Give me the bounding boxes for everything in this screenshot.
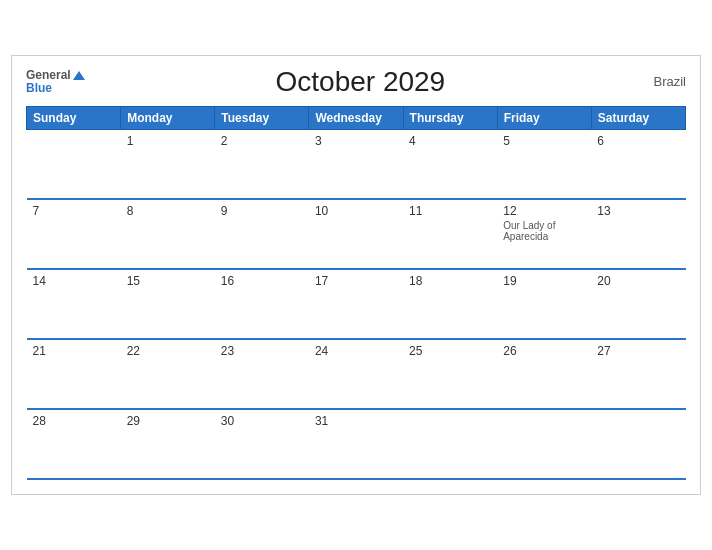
week-row-1: 789101112Our Lady of Aparecida13: [27, 199, 686, 269]
day-cell: [403, 409, 497, 479]
day-number: 12: [503, 204, 585, 218]
week-row-0: 123456: [27, 129, 686, 199]
day-cell: 26: [497, 339, 591, 409]
day-cell: 27: [591, 339, 685, 409]
day-number: 6: [597, 134, 679, 148]
day-number: 22: [127, 344, 209, 358]
header-saturday: Saturday: [591, 106, 685, 129]
day-cell: 9: [215, 199, 309, 269]
day-number: 24: [315, 344, 397, 358]
day-cell: 3: [309, 129, 403, 199]
week-row-4: 28293031: [27, 409, 686, 479]
calendar-wrapper: General Blue October 2029 Brazil Sunday …: [11, 55, 701, 496]
logo-triangle-icon: [73, 71, 85, 80]
day-cell: 28: [27, 409, 121, 479]
day-number: 10: [315, 204, 397, 218]
day-cell: 19: [497, 269, 591, 339]
day-cell: [591, 409, 685, 479]
day-cell: 2: [215, 129, 309, 199]
day-number: 16: [221, 274, 303, 288]
day-cell: 16: [215, 269, 309, 339]
calendar-header: General Blue October 2029 Brazil: [26, 66, 686, 98]
day-number: 31: [315, 414, 397, 428]
day-cell: 30: [215, 409, 309, 479]
header-friday: Friday: [497, 106, 591, 129]
day-cell: 14: [27, 269, 121, 339]
logo-general-text: General: [26, 69, 71, 82]
day-number: 30: [221, 414, 303, 428]
header-wednesday: Wednesday: [309, 106, 403, 129]
day-cell: 31: [309, 409, 403, 479]
holiday-label: Our Lady of Aparecida: [503, 220, 585, 242]
day-cell: 12Our Lady of Aparecida: [497, 199, 591, 269]
day-number: 1: [127, 134, 209, 148]
day-number: 29: [127, 414, 209, 428]
day-cell: 23: [215, 339, 309, 409]
day-number: 28: [33, 414, 115, 428]
day-number: 23: [221, 344, 303, 358]
day-number: 21: [33, 344, 115, 358]
day-number: 18: [409, 274, 491, 288]
logo: General Blue: [26, 69, 85, 95]
day-cell: 6: [591, 129, 685, 199]
day-cell: 25: [403, 339, 497, 409]
day-cell: 29: [121, 409, 215, 479]
header-thursday: Thursday: [403, 106, 497, 129]
header-sunday: Sunday: [27, 106, 121, 129]
header-monday: Monday: [121, 106, 215, 129]
day-number: 20: [597, 274, 679, 288]
day-number: 27: [597, 344, 679, 358]
day-number: 19: [503, 274, 585, 288]
day-cell: 5: [497, 129, 591, 199]
country-label: Brazil: [636, 74, 686, 89]
day-number: 9: [221, 204, 303, 218]
day-number: 25: [409, 344, 491, 358]
day-cell: 4: [403, 129, 497, 199]
logo-blue-text: Blue: [26, 82, 85, 95]
day-number: 14: [33, 274, 115, 288]
day-number: 2: [221, 134, 303, 148]
day-cell: 21: [27, 339, 121, 409]
day-cell: 18: [403, 269, 497, 339]
day-cell: [27, 129, 121, 199]
day-cell: [497, 409, 591, 479]
header-tuesday: Tuesday: [215, 106, 309, 129]
day-number: 11: [409, 204, 491, 218]
week-row-2: 14151617181920: [27, 269, 686, 339]
day-number: 7: [33, 204, 115, 218]
day-number: 15: [127, 274, 209, 288]
day-number: 17: [315, 274, 397, 288]
day-cell: 8: [121, 199, 215, 269]
day-number: 5: [503, 134, 585, 148]
day-cell: 15: [121, 269, 215, 339]
weekday-header-row: Sunday Monday Tuesday Wednesday Thursday…: [27, 106, 686, 129]
day-number: 26: [503, 344, 585, 358]
day-number: 13: [597, 204, 679, 218]
calendar-title: October 2029: [276, 66, 446, 98]
calendar-table: Sunday Monday Tuesday Wednesday Thursday…: [26, 106, 686, 481]
day-cell: 17: [309, 269, 403, 339]
week-row-3: 21222324252627: [27, 339, 686, 409]
day-cell: 11: [403, 199, 497, 269]
day-cell: 20: [591, 269, 685, 339]
day-number: 4: [409, 134, 491, 148]
day-cell: 22: [121, 339, 215, 409]
day-cell: 13: [591, 199, 685, 269]
day-cell: 7: [27, 199, 121, 269]
day-number: 3: [315, 134, 397, 148]
day-cell: 24: [309, 339, 403, 409]
day-cell: 10: [309, 199, 403, 269]
day-number: 8: [127, 204, 209, 218]
day-cell: 1: [121, 129, 215, 199]
